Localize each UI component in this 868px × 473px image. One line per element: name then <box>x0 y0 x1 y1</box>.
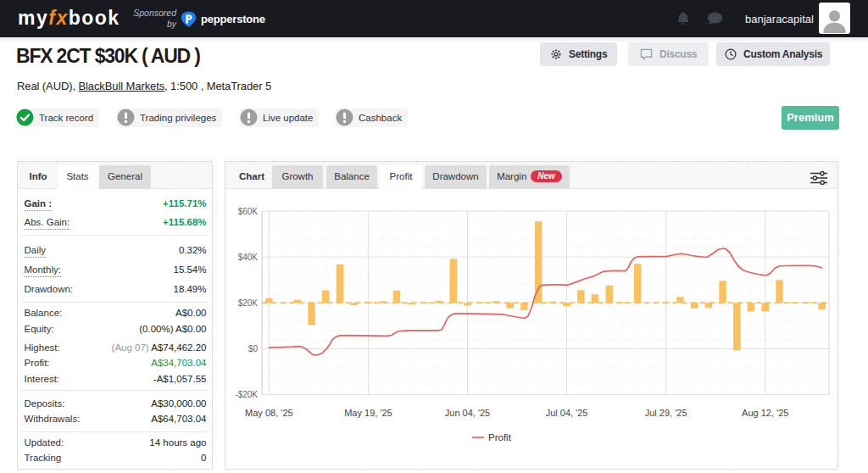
svg-text:Aug 12, '25: Aug 12, '25 <box>742 408 788 418</box>
svg-text:-$20K: -$20K <box>235 390 258 399</box>
svg-text:Jun 04, '25: Jun 04, '25 <box>445 408 490 418</box>
svg-text:Jul 04, '25: Jul 04, '25 <box>546 408 588 418</box>
svg-text:May 08, '25: May 08, '25 <box>245 408 293 418</box>
svg-text:$0: $0 <box>248 344 259 353</box>
svg-text:$60K: $60K <box>238 207 259 216</box>
svg-text:May 19, '25: May 19, '25 <box>344 408 392 418</box>
svg-text:Profit: Profit <box>488 432 512 442</box>
svg-text:$20K: $20K <box>238 298 259 308</box>
svg-text:$40K: $40K <box>238 253 259 262</box>
svg-text:Jul 29, '25: Jul 29, '25 <box>645 408 687 418</box>
